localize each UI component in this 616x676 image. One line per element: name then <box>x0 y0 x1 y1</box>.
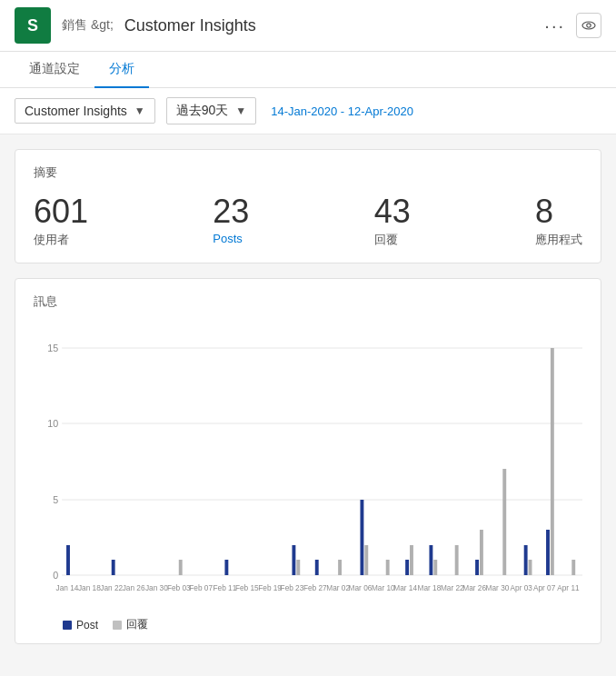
svg-rect-20 <box>386 560 390 575</box>
page-title: Customer Insights <box>124 16 534 35</box>
svg-text:Mar 10: Mar 10 <box>372 583 395 592</box>
chart-legend: Post 回覆 <box>34 617 582 632</box>
svg-rect-15 <box>296 560 300 575</box>
summary-item-posts: 23 Posts <box>213 195 249 248</box>
svg-rect-33 <box>571 560 575 575</box>
avatar: S <box>15 7 51 44</box>
svg-rect-30 <box>529 560 532 575</box>
summary-item-apps: 8 應用程式 <box>535 195 582 248</box>
summary-card: 摘要 601 使用者 23 Posts 43 回覆 8 應用程式 <box>15 149 601 263</box>
preview-icon[interactable] <box>576 13 601 38</box>
summary-row: 601 使用者 23 Posts 43 回覆 8 應用程式 <box>34 195 582 248</box>
svg-rect-14 <box>292 545 295 575</box>
svg-text:Apr 07: Apr 07 <box>533 583 556 592</box>
svg-point-1 <box>587 24 591 27</box>
svg-text:Jan 22: Jan 22 <box>100 583 123 592</box>
apps-label: 應用程式 <box>535 232 582 248</box>
svg-rect-24 <box>433 560 437 575</box>
svg-text:Feb 07: Feb 07 <box>189 583 213 592</box>
main-content: 摘要 601 使用者 23 Posts 43 回覆 8 應用程式 訊息 <box>0 134 616 659</box>
posts-label: Posts <box>213 232 249 245</box>
summary-item-users: 601 使用者 <box>34 195 88 248</box>
svg-rect-27 <box>480 530 483 575</box>
period-dropdown-label: 過去90天 <box>176 103 229 119</box>
svg-text:Jan 18: Jan 18 <box>78 583 101 592</box>
tab-bar: 通道設定 分析 <box>0 52 616 88</box>
replies-label: 回覆 <box>374 232 411 248</box>
chevron-down-icon: ▼ <box>235 104 246 117</box>
svg-text:Mar 14: Mar 14 <box>393 583 417 592</box>
svg-text:5: 5 <box>53 494 58 505</box>
replies-value: 43 <box>374 195 411 228</box>
svg-rect-19 <box>364 545 368 575</box>
svg-text:Feb 23: Feb 23 <box>281 583 304 592</box>
filters-bar: Customer Insights ▼ 過去90天 ▼ 14-Jan-2020 … <box>0 88 616 134</box>
svg-text:Feb 19: Feb 19 <box>258 583 282 592</box>
svg-text:0: 0 <box>53 570 58 581</box>
svg-text:Feb 11: Feb 11 <box>214 583 237 592</box>
tab-analytics[interactable]: 分析 <box>94 52 149 88</box>
svg-rect-29 <box>524 545 528 575</box>
chart-title: 訊息 <box>34 293 582 310</box>
svg-rect-13 <box>224 560 228 575</box>
chevron-down-icon: ▼ <box>134 104 145 117</box>
tab-channel-settings[interactable]: 通道設定 <box>15 52 94 88</box>
svg-rect-16 <box>315 560 319 575</box>
svg-text:Jan 14: Jan 14 <box>56 583 79 592</box>
svg-text:Mar 22: Mar 22 <box>441 583 464 592</box>
svg-rect-26 <box>475 560 479 575</box>
svg-rect-17 <box>338 560 342 575</box>
svg-rect-10 <box>66 545 70 575</box>
svg-text:Apr 11: Apr 11 <box>557 583 580 592</box>
summary-item-replies: 43 回覆 <box>374 195 411 248</box>
bar-chart: 15 10 5 0 <box>34 321 582 593</box>
svg-text:10: 10 <box>47 418 58 429</box>
svg-rect-18 <box>360 500 363 575</box>
svg-text:Feb 27: Feb 27 <box>303 583 327 592</box>
date-range-label: 14-Jan-2020 - 12-Apr-2020 <box>271 104 413 118</box>
header: S 銷售 &gt; Customer Insights ··· <box>0 0 616 52</box>
breadcrumb: 銷售 &gt; <box>62 17 114 34</box>
svg-rect-11 <box>112 560 115 575</box>
summary-title: 摘要 <box>34 164 582 181</box>
channel-dropdown-label: Customer Insights <box>25 104 127 118</box>
svg-rect-31 <box>546 530 550 575</box>
legend-reply-label: 回覆 <box>126 617 148 632</box>
svg-rect-28 <box>502 469 506 575</box>
svg-rect-21 <box>405 560 409 575</box>
svg-text:Mar 18: Mar 18 <box>418 583 442 592</box>
svg-rect-23 <box>429 545 432 575</box>
svg-text:Jan 26: Jan 26 <box>123 583 145 592</box>
more-options-icon[interactable]: ··· <box>544 15 565 36</box>
legend-reply-dot <box>113 621 122 630</box>
apps-value: 8 <box>535 195 582 228</box>
users-label: 使用者 <box>34 232 88 248</box>
legend-reply: 回覆 <box>113 617 148 632</box>
svg-rect-12 <box>179 560 183 575</box>
chart-area: 15 10 5 0 <box>34 321 582 611</box>
posts-value: 23 <box>213 195 249 228</box>
svg-text:Mar 02: Mar 02 <box>326 583 350 592</box>
legend-post-dot <box>63 621 72 630</box>
svg-rect-22 <box>410 545 413 575</box>
legend-post-label: Post <box>76 619 98 631</box>
legend-post: Post <box>63 619 98 631</box>
users-value: 601 <box>34 195 88 228</box>
svg-text:15: 15 <box>47 343 58 353</box>
period-dropdown[interactable]: 過去90天 ▼ <box>166 97 256 124</box>
svg-text:Apr 03: Apr 03 <box>511 583 533 592</box>
svg-text:Jan 30: Jan 30 <box>145 583 168 592</box>
svg-text:Mar 30: Mar 30 <box>486 583 510 592</box>
svg-text:Mar 06: Mar 06 <box>349 583 373 592</box>
svg-rect-25 <box>455 545 459 575</box>
channel-dropdown[interactable]: Customer Insights ▼ <box>15 98 155 124</box>
header-icons: ··· <box>544 13 601 38</box>
svg-text:Mar 26: Mar 26 <box>462 583 486 592</box>
svg-text:Feb 03: Feb 03 <box>167 583 191 592</box>
svg-text:Feb 15: Feb 15 <box>235 583 259 592</box>
svg-rect-32 <box>551 348 554 575</box>
chart-card: 訊息 15 10 5 0 <box>15 278 601 644</box>
